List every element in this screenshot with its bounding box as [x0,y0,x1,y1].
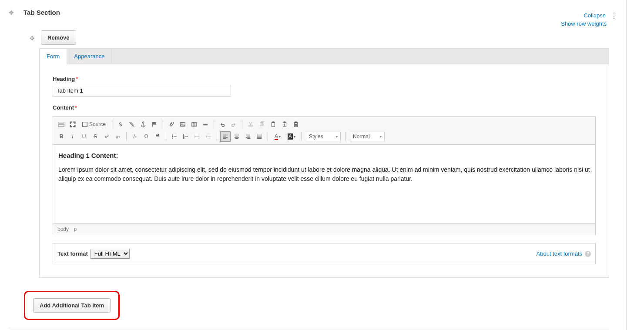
attachment-icon[interactable] [166,119,177,130]
svg-rect-6 [192,123,197,127]
align-left-icon[interactable] [220,131,231,142]
svg-rect-14 [284,122,285,123]
svg-point-20 [172,136,173,137]
collapse-link[interactable]: Collapse [584,12,606,19]
elements-path[interactable]: body [57,226,69,232]
show-blocks-icon[interactable] [56,119,67,130]
remove-format-icon[interactable]: I× [130,131,140,142]
svg-rect-2 [83,122,87,127]
paste-text-icon[interactable]: T [279,119,290,130]
flag-icon[interactable] [149,119,160,130]
required-marker: * [76,76,78,82]
required-marker: * [75,104,77,111]
align-justify-icon[interactable] [254,131,265,142]
underline-icon[interactable]: U [79,131,89,142]
strike-icon[interactable]: S [90,131,101,142]
bottom-divider [9,328,609,328]
heading-input[interactable] [53,85,231,97]
link-icon[interactable] [115,119,126,130]
horizontal-rule-icon[interactable] [200,119,211,130]
styles-dropdown[interactable]: Styles▾ [306,132,341,141]
svg-text:W: W [295,123,297,126]
heading-label: Heading [53,76,75,82]
svg-point-19 [172,135,173,136]
content-paragraph: Lorem ipsum dolor sit amet, consectetur … [58,165,590,183]
editor-body[interactable]: Heading 1 Content: Lorem ipsum dolor sit… [53,145,595,223]
format-dropdown[interactable]: Normal▾ [350,132,385,141]
text-format-row: Text format Full HTML About text formats… [53,243,596,264]
about-text-formats-link[interactable]: About text formats [537,250,583,257]
unlink-icon[interactable] [127,119,137,130]
cut-icon[interactable] [245,119,256,130]
rich-text-editor: Source [53,116,596,235]
italic-icon[interactable]: I [67,131,78,142]
content-heading: Heading 1 Content: [58,151,590,161]
remove-button[interactable]: Remove [41,30,76,45]
align-right-icon[interactable] [243,131,253,142]
text-format-select[interactable]: Full HTML [91,249,130,259]
redo-icon[interactable] [228,119,239,130]
tab-appearance[interactable]: Appearance [67,49,112,64]
bullet-list-icon[interactable] [169,131,180,142]
svg-rect-1 [59,124,64,127]
paste-icon[interactable] [268,119,278,130]
highlight-box: Add Additional Tab Item [24,291,120,320]
copy-icon[interactable] [257,119,267,130]
superscript-icon[interactable]: x² [101,131,112,142]
svg-point-3 [142,122,144,123]
maximize-icon[interactable] [67,119,78,130]
blockquote-icon[interactable]: ❝ [152,131,163,142]
add-additional-tab-item-button[interactable]: Add Additional Tab Item [33,298,111,313]
text-format-label: Text format [57,250,88,257]
special-char-icon[interactable]: Ω [141,131,151,142]
anchor-icon[interactable] [138,119,148,130]
editor-statusbar: body p [53,223,595,235]
svg-rect-17 [295,122,297,123]
indent-icon[interactable] [203,131,214,142]
align-center-icon[interactable] [231,131,242,142]
svg-point-21 [172,138,173,139]
tab-form[interactable]: Form [40,49,67,64]
image-icon[interactable] [178,119,188,130]
svg-rect-12 [272,122,274,123]
drag-handle-icon[interactable]: ✥ [30,35,35,42]
subscript-icon[interactable]: x₂ [113,131,123,142]
show-row-weights-link[interactable]: Show row weights [561,20,607,27]
paste-word-icon[interactable]: W [291,119,301,130]
svg-rect-0 [59,122,64,123]
help-icon[interactable]: ? [585,251,591,257]
svg-text:T: T [284,123,285,126]
drag-handle-icon[interactable]: ✥ [9,9,14,16]
text-color-icon[interactable]: A▾ [271,131,284,142]
right-divider [626,0,627,330]
source-button[interactable]: Source [79,119,109,130]
editor-toolbar: Source [53,117,595,145]
tabs-container: Form Appearance Heading* Content* [39,48,609,278]
bold-icon[interactable]: B [56,131,67,142]
svg-rect-4 [181,123,185,127]
svg-text:3: 3 [183,137,184,139]
outdent-icon[interactable] [192,131,202,142]
elements-path[interactable]: p [74,226,77,232]
bg-color-icon[interactable]: A▾ [285,131,298,142]
section-title: Tab Section [23,9,60,16]
tab-content: Heading* Content* Source [40,64,609,277]
undo-icon[interactable] [217,119,228,130]
kebab-menu-icon[interactable]: ⋮ [610,13,618,18]
table-icon[interactable] [189,119,199,130]
content-label: Content [53,104,74,111]
tab-strip: Form Appearance [40,49,609,64]
number-list-icon[interactable]: 123 [181,131,191,142]
svg-rect-11 [272,123,275,127]
